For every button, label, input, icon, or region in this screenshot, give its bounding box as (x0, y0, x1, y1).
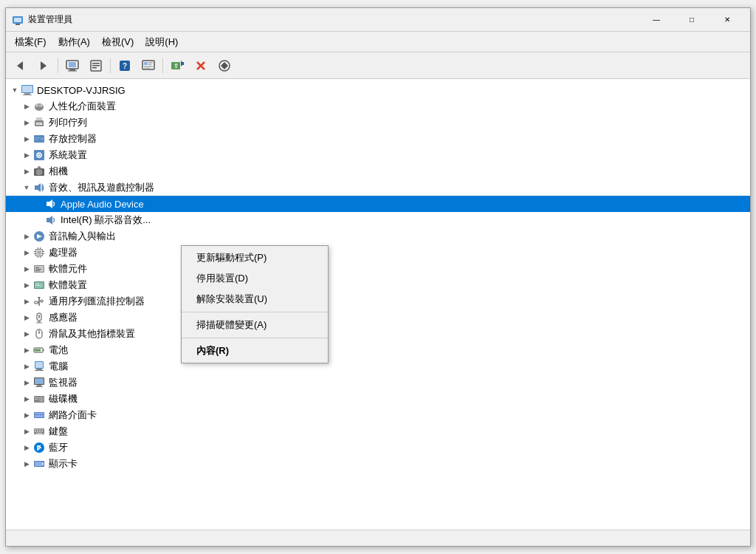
tree-item-pc[interactable]: ▶ 電腦 (6, 358, 750, 375)
expand-keyboard[interactable]: ▶ (21, 425, 32, 437)
expand-disk[interactable]: ▶ (21, 393, 32, 405)
tree-item-gpu[interactable]: ▶ 顯示卡 (6, 456, 750, 472)
scan-button[interactable] (213, 55, 236, 76)
tree-item-storage[interactable]: ▶ 存放控制器 (6, 131, 750, 147)
gpu-label: 顯示卡 (49, 457, 78, 471)
help-button[interactable]: ? (114, 55, 136, 76)
expand-storage[interactable]: ▶ (21, 133, 32, 145)
uninstall-button[interactable] (190, 55, 212, 76)
svg-rect-8 (68, 70, 77, 71)
svg-rect-111 (35, 414, 37, 415)
menu-help[interactable]: 說明(H) (140, 33, 184, 52)
svg-rect-62 (38, 251, 41, 255)
tree-item-camera[interactable]: ▶ 相機 (6, 163, 750, 179)
sensor-label: 感應器 (49, 311, 78, 324)
expand-monitor[interactable]: ▶ (21, 377, 32, 389)
keyboard-icon (32, 425, 46, 438)
softcomp-icon (32, 262, 46, 276)
tree-item-audioinout[interactable]: ▶ 音訊輸入與輸出 (6, 228, 750, 244)
svg-rect-123 (41, 431, 43, 433)
context-properties[interactable]: 內容(R) (182, 341, 328, 361)
expand-pc[interactable]: ▶ (21, 360, 32, 372)
back-button[interactable] (9, 55, 31, 76)
expand-network[interactable]: ▶ (21, 409, 32, 421)
disk-icon (32, 392, 46, 406)
tree-item-bluetooth[interactable]: ▶ 藍牙 (6, 440, 750, 456)
battery-label: 電池 (49, 343, 68, 357)
device-tree[interactable]: ▼ DESKTOP-VJJRSIG ▶ (6, 79, 750, 530)
context-disable-device[interactable]: 停用裝置(D) (182, 268, 328, 289)
mouse-label: 滑鼠及其他指標裝置 (49, 327, 135, 341)
menu-file[interactable]: 檔案(F) (9, 33, 52, 52)
expand-cpu[interactable]: ▶ (21, 247, 32, 259)
keyboard-label: 鍵盤 (49, 425, 68, 438)
tree-item-print[interactable]: ▶ 列印佇列 (6, 114, 750, 131)
expand-icon[interactable]: ▼ (9, 84, 21, 96)
expand-mouse[interactable]: ▶ (21, 328, 32, 340)
tree-item-apple-audio[interactable]: Apple Audio Device (6, 196, 750, 212)
tree-item-system[interactable]: ▶ 系統裝置 (6, 147, 750, 163)
tree-item-cpu[interactable]: ▶ 處理器 (6, 244, 750, 261)
context-update-driver[interactable]: 更新驅動程式(P) (182, 247, 328, 268)
svg-rect-69 (38, 256, 38, 258)
expand-battery[interactable]: ▶ (21, 344, 32, 356)
expand-camera[interactable]: ▶ (21, 165, 32, 177)
tree-item-monitor[interactable]: ▶ 監視器 (6, 375, 750, 391)
update-driver-button[interactable]: ⇧ (166, 55, 188, 76)
softcomp-label: 軟體元件 (49, 262, 87, 276)
audio-group-label: 音效、視訊及遊戲控制器 (49, 181, 154, 194)
minimize-button[interactable]: — (639, 8, 673, 32)
monitor-label: 監視器 (49, 376, 78, 389)
expand-bluetooth[interactable]: ▶ (21, 442, 32, 454)
svg-rect-2 (16, 24, 20, 25)
svg-rect-65 (43, 251, 44, 252)
svg-rect-116 (35, 429, 36, 431)
expand-print[interactable]: ▶ (21, 117, 32, 129)
tree-item-intel-audio[interactable]: Intel(R) 顯示器音效... (6, 212, 750, 228)
expand-audio[interactable]: ▼ (21, 182, 32, 194)
mouse-icon (32, 327, 46, 341)
svg-rect-64 (34, 253, 35, 254)
tree-item-mouse[interactable]: ▶ 滑鼠及其他指標裝置 (6, 326, 750, 342)
usb-label: 通用序列匯流排控制器 (49, 295, 145, 308)
svg-marker-56 (47, 199, 52, 208)
camera-label: 相機 (49, 165, 68, 178)
expand-system[interactable]: ▶ (21, 149, 32, 161)
expand-usb[interactable]: ▶ (21, 295, 32, 307)
tree-item-usb[interactable]: ▶ 通用序列匯流排控制器 (6, 293, 750, 310)
hid-icon (32, 100, 46, 113)
svg-marker-81 (38, 297, 41, 299)
forward-button[interactable] (32, 55, 55, 76)
properties-button[interactable] (85, 55, 107, 76)
computer-button[interactable] (61, 55, 83, 76)
expand-softcomp[interactable]: ▶ (21, 263, 32, 275)
expand-softdev[interactable]: ▶ (21, 279, 32, 291)
svg-rect-120 (35, 431, 36, 433)
context-uninstall-device[interactable]: 解除安裝裝置(U) (182, 289, 328, 310)
view-button[interactable] (137, 55, 159, 76)
svg-rect-122 (39, 431, 41, 433)
menu-view[interactable]: 檢視(V) (96, 33, 140, 52)
svg-marker-55 (35, 183, 41, 192)
expand-sensor[interactable]: ▶ (21, 312, 32, 324)
context-scan-hardware[interactable]: 掃描硬體變更(A) (182, 315, 328, 335)
expand-gpu[interactable]: ▶ (21, 458, 32, 470)
tree-item-network[interactable]: ▶ 網路介面卡 (6, 407, 750, 423)
expand-hid[interactable]: ▶ (21, 100, 32, 112)
tree-item-hid[interactable]: ▶ 人性化介面裝置 (6, 98, 750, 114)
svg-rect-103 (35, 386, 43, 387)
maximize-button[interactable]: □ (675, 8, 709, 32)
menu-action[interactable]: 動作(A) (52, 33, 96, 52)
tree-item-sensor[interactable]: ▶ 感應器 (6, 310, 750, 326)
svg-text:?: ? (123, 62, 127, 70)
tree-item-audio-group[interactable]: ▼ 音效、視訊及遊戲控制器 (6, 179, 750, 196)
expand-audioinout[interactable]: ▶ (21, 230, 32, 242)
tree-item-keyboard[interactable]: ▶ 鍵盤 (6, 423, 750, 440)
tree-item-disk[interactable]: ▶ 磁碟機 (6, 391, 750, 407)
tree-root[interactable]: ▼ DESKTOP-VJJRSIG (6, 82, 750, 98)
tree-item-softdev[interactable]: ▶ 軟體裝置 (6, 277, 750, 293)
close-button[interactable]: ✕ (710, 8, 744, 32)
tree-item-softcomp[interactable]: ▶ 軟體元件 (6, 261, 750, 277)
bluetooth-label: 藍牙 (49, 441, 68, 454)
tree-item-battery[interactable]: ▶ 電池 (6, 342, 750, 358)
